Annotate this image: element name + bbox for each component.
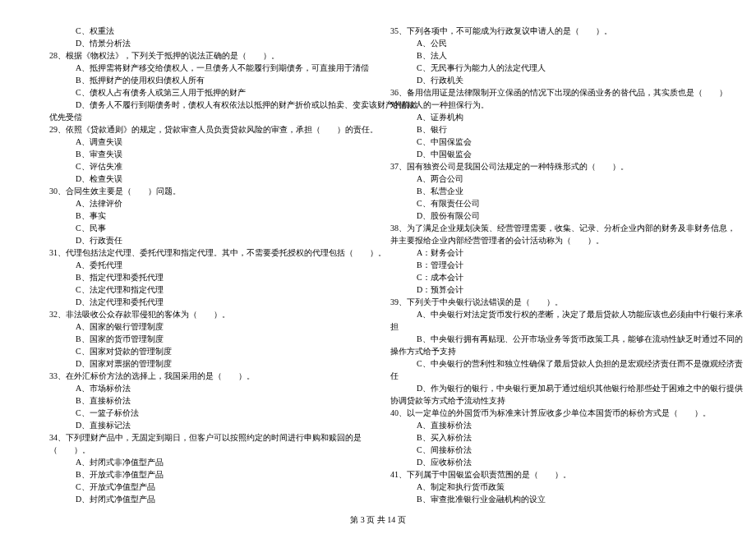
q39-opt-a-line2: 担 bbox=[390, 320, 707, 333]
q29-opt-a: A、调查失误 bbox=[49, 136, 366, 148]
q35-opt-c: C、无民事行为能力人的法定代理人 bbox=[390, 62, 707, 74]
q34-line1: 34、下列理财产品中，无固定到期日，但客户可以按照约定的时间进行申购和赎回的是 bbox=[49, 431, 366, 444]
q37-opt-c: C、有限责任公司 bbox=[390, 197, 707, 209]
q37-opt-a: A、两合公司 bbox=[390, 173, 707, 185]
q33-opt-a: A、市场标价法 bbox=[49, 382, 366, 394]
q29-opt-c: C、评估失准 bbox=[49, 160, 366, 173]
q40-opt-c: C、间接标价法 bbox=[390, 444, 707, 456]
q41-opt-b: B、审查批准银行业金融机构的设立 bbox=[390, 493, 707, 505]
q28-opt-c: C、债权人占有债务人或第三人用于抵押的财产 bbox=[49, 86, 366, 99]
q39-opt-c-line1: C、中央银行的营利性和独立性确保了最后贷款人负担的是宏观经济责任而不是微观经济责 bbox=[390, 357, 707, 370]
q38-line1: 38、为了满足企业规划决策、经营管理需要，收集、记录、分析企业内部的财务及非财务… bbox=[390, 222, 707, 234]
q38-opt-d: D：预算会计 bbox=[390, 283, 707, 296]
q38-line2: 并主要报给企业内部经营管理者的会计活动称为（ ）。 bbox=[390, 234, 707, 246]
q31-opt-c: C、法定代理和指定代理 bbox=[49, 283, 366, 296]
q34-opt-d: D、封闭式净值型产品 bbox=[49, 493, 366, 505]
q32-opt-a: A、国家的银行管理制度 bbox=[49, 320, 366, 333]
q31: 31、代理包括法定代理、委托代理和指定代理。其中，不需要委托授权的代理包括（ ）… bbox=[49, 246, 366, 259]
q34-opt-b: B、开放式非净值型产品 bbox=[49, 468, 366, 481]
q36-opt-d: D、中国银监会 bbox=[390, 148, 707, 160]
q28-opt-d-line2: 优先受偿 bbox=[49, 111, 366, 123]
q33-opt-d: D、直接标记法 bbox=[49, 419, 366, 431]
q40-opt-b: B、买入标价法 bbox=[390, 431, 707, 444]
exam-page: C、权重法 D、情景分析法 28、根据《物权法》，下列关于抵押的说法正确的是（ … bbox=[0, 25, 756, 509]
q35-opt-b: B、法人 bbox=[390, 49, 707, 62]
q37: 37、国有独资公司是我国公司法规定的一种特殊形式的（ ）。 bbox=[390, 160, 707, 173]
q40-opt-d: D、应收标价法 bbox=[390, 456, 707, 468]
page-footer: 第 3 页 共 14 页 bbox=[0, 513, 756, 526]
q29: 29、依照《贷款通则》的规定，贷款审查人员负责贷款风险的审查，承担（ ）的责任。 bbox=[49, 123, 366, 136]
q31-opt-d: D、法定代理和委托代理 bbox=[49, 296, 366, 308]
q28-opt-d-line1: D、债务人不履行到期债务时，债权人有权依法以抵押的财产折价或以拍卖、变卖该财产的… bbox=[49, 99, 366, 111]
q33-opt-c: C、一篮子标价法 bbox=[49, 407, 366, 419]
q32-opt-c: C、国家对贷款的管理制度 bbox=[49, 345, 366, 357]
q30-opt-c: C、民事 bbox=[49, 222, 366, 234]
q36-opt-b: B、银行 bbox=[390, 123, 707, 136]
q38-opt-b: B：管理会计 bbox=[390, 259, 707, 271]
q31-opt-a: A、委托代理 bbox=[49, 259, 366, 271]
q30-opt-b: B、事实 bbox=[49, 209, 366, 222]
q36-line1: 36、备用信用证是法律限制开立保函的情况下出现的保函业务的替代品，其实质也是（ … bbox=[390, 86, 707, 99]
q27-opt-d: D、情景分析法 bbox=[49, 37, 366, 49]
q35-opt-d: D、行政机关 bbox=[390, 74, 707, 86]
q27-opt-c: C、权重法 bbox=[49, 25, 366, 37]
q34-opt-a: A、封闭式非净值型产品 bbox=[49, 456, 366, 468]
q39-opt-b-line2: 操作方式给予支持 bbox=[390, 345, 707, 357]
q29-opt-b: B、审查失误 bbox=[49, 148, 366, 160]
q31-opt-b: B、指定代理和委托代理 bbox=[49, 271, 366, 283]
q39-opt-b-line1: B、中央银行拥有再贴现、公开市场业务等货币政策工具，能够在流动性缺乏时通过不同的 bbox=[390, 333, 707, 345]
q28-opt-a: A、抵押需将财产移交给债权人，一旦债务人不能履行到期债务，可直接用于清偿 bbox=[49, 62, 366, 74]
q39-opt-d-line1: D、作为银行的银行，中央银行更加易于通过组织其他银行给那些处于困难之中的银行提供 bbox=[390, 382, 707, 394]
q28: 28、根据《物权法》，下列关于抵押的说法正确的是（ ）。 bbox=[49, 49, 366, 62]
q30: 30、合同生效主要是（ ）问题。 bbox=[49, 185, 366, 197]
q36-opt-a: A、证券机构 bbox=[390, 111, 707, 123]
q32-opt-d: D、国家对票据的管理制度 bbox=[49, 357, 366, 370]
q41: 41、下列属于中国银监会职责范围的是（ ）。 bbox=[390, 468, 707, 481]
q33: 33、在外汇标价方法的选择上，我国采用的是（ ）。 bbox=[49, 370, 366, 382]
q36-opt-c: C、中国保监会 bbox=[390, 136, 707, 148]
q32: 32、非法吸收公众存款罪侵犯的客体为（ ）。 bbox=[49, 308, 366, 320]
q39-opt-c-line2: 任 bbox=[390, 370, 707, 382]
q35-opt-a: A、公民 bbox=[390, 37, 707, 49]
q37-opt-d: D、股份有限公司 bbox=[390, 209, 707, 222]
q39-opt-d-line2: 协调贷款等方式给予流动性支持 bbox=[390, 394, 707, 407]
q40: 40、以一定单位的外国货币为标准来计算应收多少单位本国货币的标价方式是（ ）。 bbox=[390, 407, 707, 419]
q29-opt-d: D、检查失误 bbox=[49, 173, 366, 185]
q34-opt-c: C、开放式净值型产品 bbox=[49, 481, 366, 493]
q35: 35、下列各项中，不可能成为行政复议申请人的是（ ）。 bbox=[390, 25, 707, 37]
q33-opt-b: B、直接标价法 bbox=[49, 394, 366, 407]
q40-opt-a: A、直接标价法 bbox=[390, 419, 707, 431]
q37-opt-b: B、私营企业 bbox=[390, 185, 707, 197]
q28-opt-b: B、抵押财产的使用权归债权人所有 bbox=[49, 74, 366, 86]
q30-opt-d: D、行政责任 bbox=[49, 234, 366, 246]
q38-opt-c: C：成本会计 bbox=[390, 271, 707, 283]
q38-opt-a: A：财务会计 bbox=[390, 246, 707, 259]
q39-opt-a-line1: A、中央银行对法定货币发行权的垄断，决定了最后贷款人功能应该也必须由中行银行来承 bbox=[390, 308, 707, 320]
q39: 39、下列关于中央银行说法错误的是（ ）。 bbox=[390, 296, 707, 308]
q30-opt-a: A、法律评价 bbox=[49, 197, 366, 209]
q36-line2: 对借款人的一种担保行为。 bbox=[390, 99, 707, 111]
q32-opt-b: B、国家的货币管理制度 bbox=[49, 333, 366, 345]
q34-line2: （ ）。 bbox=[49, 444, 366, 456]
q41-opt-a: A、制定和执行货币政策 bbox=[390, 481, 707, 493]
